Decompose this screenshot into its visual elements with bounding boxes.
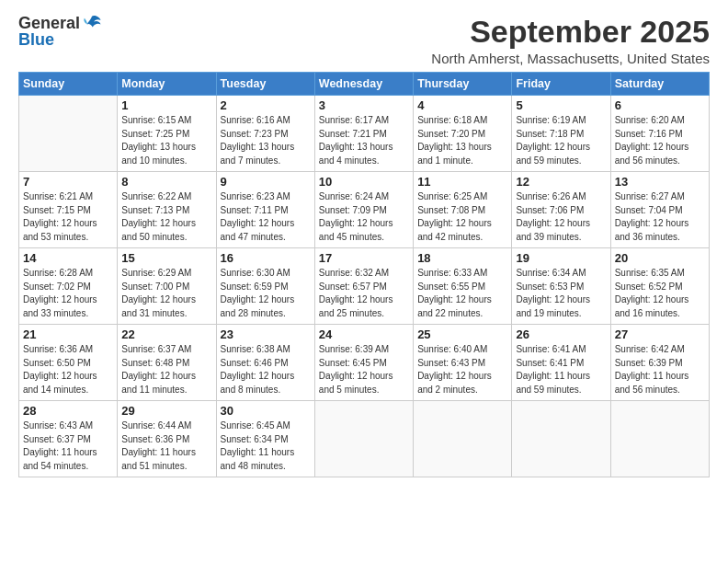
day-number: 16 <box>221 251 311 265</box>
table-row: 13Sunrise: 6:27 AM Sunset: 7:04 PM Dayli… <box>610 172 709 248</box>
day-number: 6 <box>615 98 705 112</box>
table-row: 4Sunrise: 6:18 AM Sunset: 7:20 PM Daylig… <box>414 96 512 172</box>
day-info: Sunrise: 6:17 AM Sunset: 7:21 PM Dayligh… <box>319 114 409 167</box>
day-info: Sunrise: 6:34 AM Sunset: 6:53 PM Dayligh… <box>516 267 606 320</box>
day-number: 25 <box>417 327 507 341</box>
calendar-page: General Blue September 2025 North Amhers… <box>0 0 728 563</box>
day-info: Sunrise: 6:24 AM Sunset: 7:09 PM Dayligh… <box>319 190 409 244</box>
table-row: 5Sunrise: 6:19 AM Sunset: 7:18 PM Daylig… <box>512 96 610 172</box>
table-row: 24Sunrise: 6:39 AM Sunset: 6:45 PM Dayli… <box>314 325 413 401</box>
day-number: 22 <box>121 327 211 341</box>
day-info: Sunrise: 6:38 AM Sunset: 6:46 PM Dayligh… <box>221 343 311 396</box>
title-block: September 2025 North Amherst, Massachuse… <box>431 15 710 66</box>
table-row: 18Sunrise: 6:33 AM Sunset: 6:55 PM Dayli… <box>414 248 512 325</box>
day-info: Sunrise: 6:22 AM Sunset: 7:13 PM Dayligh… <box>121 190 211 244</box>
table-row <box>610 401 709 477</box>
table-row: 26Sunrise: 6:41 AM Sunset: 6:41 PM Dayli… <box>512 325 610 401</box>
calendar-table: Sunday Monday Tuesday Wednesday Thursday… <box>18 72 710 477</box>
day-info: Sunrise: 6:44 AM Sunset: 6:36 PM Dayligh… <box>121 419 211 473</box>
day-info: Sunrise: 6:25 AM Sunset: 7:08 PM Dayligh… <box>417 190 507 244</box>
month-title: September 2025 <box>431 15 710 49</box>
day-number: 29 <box>121 404 211 418</box>
day-number: 3 <box>319 98 409 112</box>
location-title: North Amherst, Massachusetts, United Sta… <box>431 51 710 66</box>
calendar-week-row: 7Sunrise: 6:21 AM Sunset: 7:15 PM Daylig… <box>19 172 710 248</box>
day-info: Sunrise: 6:16 AM Sunset: 7:23 PM Dayligh… <box>221 114 311 167</box>
table-row: 11Sunrise: 6:25 AM Sunset: 7:08 PM Dayli… <box>414 172 512 248</box>
day-number: 1 <box>121 98 211 112</box>
day-number: 27 <box>615 327 705 341</box>
logo-general: General <box>18 15 80 31</box>
day-number: 7 <box>23 175 113 189</box>
table-row: 16Sunrise: 6:30 AM Sunset: 6:59 PM Dayli… <box>216 248 314 325</box>
day-info: Sunrise: 6:27 AM Sunset: 7:04 PM Dayligh… <box>615 190 705 244</box>
table-row: 15Sunrise: 6:29 AM Sunset: 7:00 PM Dayli… <box>118 248 216 325</box>
header-thursday: Thursday <box>414 73 512 96</box>
day-info: Sunrise: 6:30 AM Sunset: 6:59 PM Dayligh… <box>221 267 311 320</box>
calendar-week-row: 28Sunrise: 6:43 AM Sunset: 6:37 PM Dayli… <box>19 401 710 477</box>
calendar-week-row: 14Sunrise: 6:28 AM Sunset: 7:02 PM Dayli… <box>19 248 710 325</box>
day-number: 21 <box>23 327 113 341</box>
logo-bird-icon <box>82 15 102 31</box>
day-info: Sunrise: 6:32 AM Sunset: 6:57 PM Dayligh… <box>319 267 409 320</box>
day-info: Sunrise: 6:40 AM Sunset: 6:43 PM Dayligh… <box>417 343 507 396</box>
day-number: 23 <box>221 327 311 341</box>
day-number: 20 <box>615 251 705 265</box>
day-number: 26 <box>516 327 606 341</box>
table-row: 28Sunrise: 6:43 AM Sunset: 6:37 PM Dayli… <box>19 401 118 477</box>
table-row: 6Sunrise: 6:20 AM Sunset: 7:16 PM Daylig… <box>610 96 709 172</box>
day-number: 10 <box>319 175 409 189</box>
logo-blue: Blue <box>18 31 54 48</box>
day-number: 14 <box>23 251 113 265</box>
day-number: 19 <box>516 251 606 265</box>
day-number: 4 <box>417 98 507 112</box>
table-row: 8Sunrise: 6:22 AM Sunset: 7:13 PM Daylig… <box>118 172 216 248</box>
day-number: 18 <box>417 251 507 265</box>
table-row: 1Sunrise: 6:15 AM Sunset: 7:25 PM Daylig… <box>118 96 216 172</box>
header-wednesday: Wednesday <box>314 73 413 96</box>
day-number: 12 <box>516 175 606 189</box>
day-number: 5 <box>516 98 606 112</box>
table-row: 12Sunrise: 6:26 AM Sunset: 7:06 PM Dayli… <box>512 172 610 248</box>
day-info: Sunrise: 6:35 AM Sunset: 6:52 PM Dayligh… <box>615 267 705 320</box>
day-info: Sunrise: 6:33 AM Sunset: 6:55 PM Dayligh… <box>417 267 507 320</box>
table-row: 27Sunrise: 6:42 AM Sunset: 6:39 PM Dayli… <box>610 325 709 401</box>
day-number: 17 <box>319 251 409 265</box>
day-number: 2 <box>221 98 311 112</box>
logo: General Blue <box>18 15 102 48</box>
table-row: 9Sunrise: 6:23 AM Sunset: 7:11 PM Daylig… <box>216 172 314 248</box>
calendar-week-row: 21Sunrise: 6:36 AM Sunset: 6:50 PM Dayli… <box>19 325 710 401</box>
day-info: Sunrise: 6:41 AM Sunset: 6:41 PM Dayligh… <box>516 343 606 396</box>
day-info: Sunrise: 6:18 AM Sunset: 7:20 PM Dayligh… <box>417 114 507 167</box>
day-number: 30 <box>221 404 311 418</box>
header: General Blue September 2025 North Amhers… <box>18 15 710 66</box>
table-row: 29Sunrise: 6:44 AM Sunset: 6:36 PM Dayli… <box>118 401 216 477</box>
table-row <box>414 401 512 477</box>
day-info: Sunrise: 6:15 AM Sunset: 7:25 PM Dayligh… <box>121 114 211 167</box>
day-number: 11 <box>417 175 507 189</box>
header-tuesday: Tuesday <box>216 73 314 96</box>
day-info: Sunrise: 6:36 AM Sunset: 6:50 PM Dayligh… <box>23 343 113 396</box>
day-number: 28 <box>23 404 113 418</box>
day-info: Sunrise: 6:42 AM Sunset: 6:39 PM Dayligh… <box>615 343 705 396</box>
day-info: Sunrise: 6:20 AM Sunset: 7:16 PM Dayligh… <box>615 114 705 167</box>
day-info: Sunrise: 6:23 AM Sunset: 7:11 PM Dayligh… <box>221 190 311 244</box>
day-number: 8 <box>121 175 211 189</box>
table-row: 25Sunrise: 6:40 AM Sunset: 6:43 PM Dayli… <box>414 325 512 401</box>
day-info: Sunrise: 6:28 AM Sunset: 7:02 PM Dayligh… <box>23 267 113 320</box>
day-info: Sunrise: 6:19 AM Sunset: 7:18 PM Dayligh… <box>516 114 606 167</box>
table-row: 3Sunrise: 6:17 AM Sunset: 7:21 PM Daylig… <box>314 96 413 172</box>
table-row: 17Sunrise: 6:32 AM Sunset: 6:57 PM Dayli… <box>314 248 413 325</box>
table-row: 7Sunrise: 6:21 AM Sunset: 7:15 PM Daylig… <box>19 172 118 248</box>
day-info: Sunrise: 6:39 AM Sunset: 6:45 PM Dayligh… <box>319 343 409 396</box>
header-saturday: Saturday <box>610 73 709 96</box>
table-row: 23Sunrise: 6:38 AM Sunset: 6:46 PM Dayli… <box>216 325 314 401</box>
table-row <box>19 96 118 172</box>
header-sunday: Sunday <box>19 73 118 96</box>
table-row: 22Sunrise: 6:37 AM Sunset: 6:48 PM Dayli… <box>118 325 216 401</box>
day-info: Sunrise: 6:43 AM Sunset: 6:37 PM Dayligh… <box>23 419 113 473</box>
weekday-header-row: Sunday Monday Tuesday Wednesday Thursday… <box>19 73 710 96</box>
calendar-week-row: 1Sunrise: 6:15 AM Sunset: 7:25 PM Daylig… <box>19 96 710 172</box>
table-row <box>314 401 413 477</box>
day-info: Sunrise: 6:45 AM Sunset: 6:34 PM Dayligh… <box>221 419 311 473</box>
